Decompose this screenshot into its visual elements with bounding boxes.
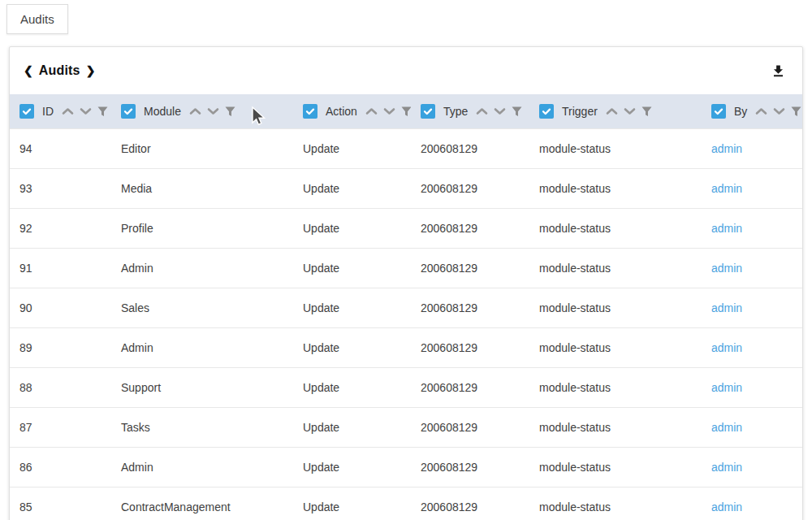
audits-card: ❮ Audits ❯ IDModuleActionTypeTriggerBy 9… [9,46,803,520]
cell-action: Update [293,262,411,275]
cell-action: Update [293,500,411,514]
filter-icon[interactable] [641,106,652,117]
sort-down-icon[interactable] [494,107,506,115]
sort-up-icon[interactable] [755,107,767,115]
by-user-link[interactable]: admin [711,341,742,354]
cell-action: Update [293,381,411,394]
filter-icon[interactable] [225,106,235,117]
cell-id: 88 [10,381,111,394]
by-user-link[interactable]: admin [711,182,742,195]
download-button[interactable] [769,62,788,80]
cell-id: 94 [10,142,111,155]
cell-action: Update [293,461,411,474]
cell-by: admin [702,500,802,514]
sort-up-icon[interactable] [606,107,618,115]
cell-module: Profile [111,222,293,235]
cell-trigger: module-status [529,461,702,474]
column-label-by: By [734,105,747,118]
column-header-module: Module [111,104,293,119]
column-header-trigger: Trigger [529,104,702,119]
by-user-link[interactable]: admin [711,381,742,394]
table-row: 88SupportUpdate200608129module-statusadm… [10,367,802,407]
cell-module: Support [111,381,293,394]
cell-id: 85 [10,500,111,514]
cell-type: 200608129 [411,341,529,354]
column-checkbox-trigger[interactable] [539,104,554,119]
table-row: 87TasksUpdate200608129module-statusadmin [10,407,802,447]
sort-up-icon[interactable] [365,107,378,115]
filter-icon[interactable] [401,106,411,117]
cell-type: 200608129 [411,222,529,235]
breadcrumb: ❮ Audits ❯ [24,63,95,78]
table-row: 86AdminUpdate200608129module-statusadmin [10,447,802,487]
cell-by: admin [702,301,802,314]
column-label-id: ID [42,105,54,118]
sort-up-icon[interactable] [62,107,74,115]
sort-down-icon[interactable] [383,107,395,115]
by-user-link[interactable]: admin [711,262,742,275]
column-checkbox-id[interactable] [19,104,34,119]
cell-trigger: module-status [529,301,702,314]
cell-module: Admin [111,461,293,474]
sort-down-icon[interactable] [207,107,219,115]
cell-id: 93 [10,182,111,195]
chevron-right-icon[interactable]: ❯ [86,65,96,76]
chevron-left-icon[interactable]: ❮ [24,65,33,76]
table-row: 94EditorUpdate200608129module-statusadmi… [10,128,802,168]
cell-id: 92 [10,222,111,235]
by-user-link[interactable]: admin [711,461,742,474]
cell-id: 91 [10,262,111,275]
column-label-action: Action [326,105,357,118]
cell-id: 90 [10,301,111,314]
card-header: ❮ Audits ❯ [10,47,802,94]
sort-down-icon[interactable] [773,107,785,115]
table-row: 90SalesUpdate200608129module-statusadmin [10,288,802,327]
column-checkbox-type[interactable] [421,104,435,119]
cell-type: 200608129 [411,421,529,434]
filter-icon[interactable] [512,106,522,117]
column-checkbox-by[interactable] [711,104,726,119]
sort-up-icon[interactable] [189,107,201,115]
by-user-link[interactable]: admin [711,222,742,235]
table-row: 91AdminUpdate200608129module-statusadmin [10,248,802,288]
cell-id: 86 [10,461,111,474]
cell-by: admin [702,421,802,434]
cell-type: 200608129 [411,301,529,314]
cell-type: 200608129 [411,381,529,394]
cell-module: Tasks [111,421,293,434]
column-checkbox-module[interactable] [121,104,136,119]
table-row: 89AdminUpdate200608129module-statusadmin [10,327,802,367]
column-label-type: Type [443,105,468,118]
table-row: 85ContractManagementUpdate200608129modul… [10,487,802,520]
cell-module: Admin [111,262,293,275]
by-user-link[interactable]: admin [711,500,742,514]
cell-action: Update [293,341,411,354]
by-user-link[interactable]: admin [711,301,742,314]
by-user-link[interactable]: admin [711,421,742,434]
sort-down-icon[interactable] [80,107,92,115]
cell-by: admin [702,381,802,394]
table-row: 92ProfileUpdate200608129module-statusadm… [10,208,802,248]
table-row: 93MediaUpdate200608129module-statusadmin [10,168,802,208]
cell-type: 200608129 [411,500,529,514]
column-header-by: By [702,104,802,119]
column-checkbox-action[interactable] [303,104,317,119]
cell-trigger: module-status [529,500,702,514]
column-header-type: Type [411,104,529,119]
sort-up-icon[interactable] [476,107,488,115]
by-user-link[interactable]: admin [711,142,742,155]
table-body: 94EditorUpdate200608129module-statusadmi… [10,128,802,520]
column-label-trigger: Trigger [562,105,598,118]
cell-action: Update [293,421,411,434]
table-header-row: IDModuleActionTypeTriggerBy [10,94,802,128]
sort-down-icon[interactable] [624,107,636,115]
download-icon [771,63,786,79]
cell-trigger: module-status [529,421,702,434]
cell-action: Update [293,142,411,155]
cell-trigger: module-status [529,262,702,275]
cell-by: admin [702,341,802,354]
cell-by: admin [702,461,802,474]
filter-icon[interactable] [791,106,801,117]
tab-audits[interactable]: Audits [6,4,68,34]
filter-icon[interactable] [97,106,108,117]
